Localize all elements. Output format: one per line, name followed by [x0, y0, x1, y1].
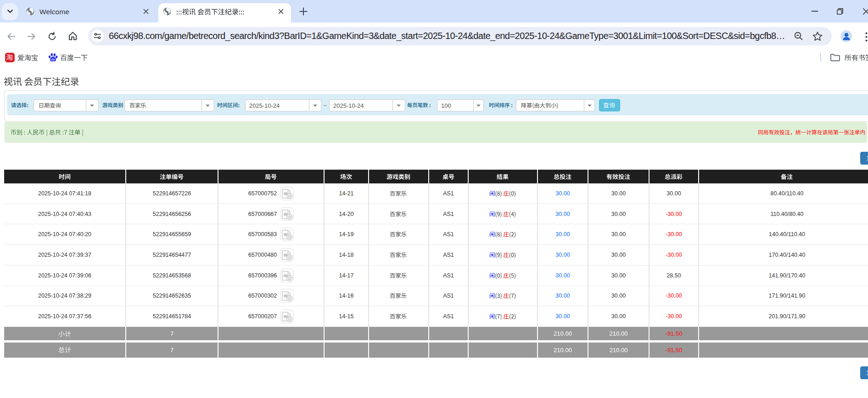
svg-text:du: du: [51, 57, 55, 61]
